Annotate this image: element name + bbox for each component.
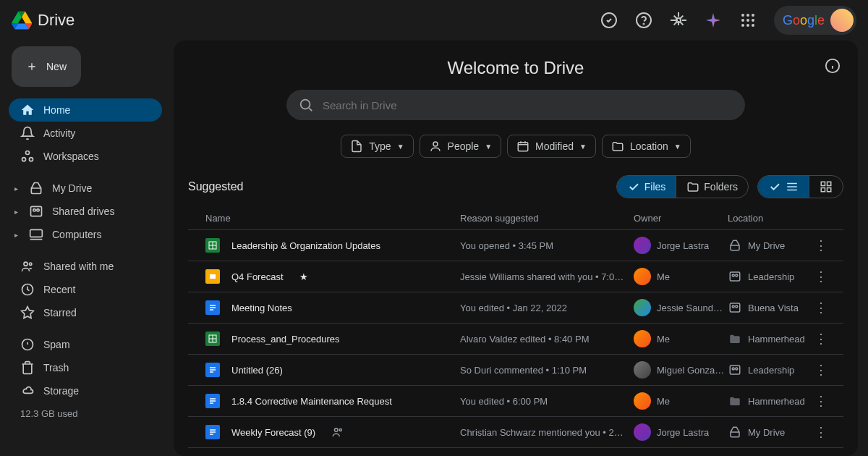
logo-area[interactable]: Drive (12, 10, 75, 30)
more-actions-button[interactable]: ⋮ (810, 331, 832, 347)
google-logo-text: Google (783, 13, 825, 28)
file-row[interactable]: 1.8.4 Corrective Maintenance Request You… (188, 386, 843, 417)
svg-point-52 (732, 368, 734, 370)
nav-home[interactable]: Home (9, 98, 162, 122)
file-name: Process_and_Procedures (231, 334, 340, 345)
calendar-icon (516, 140, 529, 153)
apps-icon[interactable] (733, 6, 762, 35)
more-actions-button[interactable]: ⋮ (810, 424, 832, 440)
chevron-down-icon: ▼ (485, 143, 492, 151)
location-icon (728, 269, 742, 284)
starred-icon (20, 305, 35, 320)
reason-text: So Duri commented • 1:10 PM (460, 365, 634, 376)
nav-storage[interactable]: Storage (9, 379, 162, 402)
location-cell[interactable]: Hammerhead (728, 394, 810, 408)
account-switcher[interactable]: Google (774, 6, 856, 35)
expand-icon[interactable]: ▸ (14, 231, 23, 239)
expand-icon[interactable]: ▸ (14, 185, 23, 193)
file-row[interactable]: Leadership & Organization Updates You op… (188, 230, 843, 261)
more-actions-button[interactable]: ⋮ (810, 300, 832, 316)
location-cell[interactable]: Leadership (728, 269, 810, 284)
nav-starred[interactable]: Starred (9, 301, 162, 324)
grid-icon (820, 180, 833, 193)
offline-status-icon[interactable] (595, 6, 624, 35)
location-cell[interactable]: Hammerhead (728, 332, 810, 346)
location-cell[interactable]: Buena Vista (728, 300, 810, 315)
filter-location[interactable]: Location▼ (602, 135, 691, 158)
location-icon (728, 300, 742, 315)
nav-trash[interactable]: Trash (9, 356, 162, 379)
col-owner: Owner (634, 213, 728, 224)
chevron-down-icon: ▼ (579, 143, 587, 151)
location-cell[interactable]: My Drive (728, 238, 810, 253)
svg-point-43 (732, 305, 734, 308)
location-icon (728, 425, 742, 439)
new-button-label: New (46, 61, 67, 72)
svg-point-7 (741, 19, 744, 22)
file-row[interactable]: Q4 Forecast ★ Jessie Williams shared wit… (188, 261, 843, 292)
more-actions-button[interactable]: ⋮ (810, 269, 832, 284)
owner-avatar (634, 361, 651, 379)
file-row[interactable]: Meeting Notes You edited • Jan 22, 2022 … (188, 292, 843, 324)
nav-shared-with-me[interactable]: Shared with me (9, 255, 162, 278)
expand-icon[interactable]: ▸ (14, 208, 23, 216)
file-name: Leadership & Organization Updates (231, 240, 380, 251)
view-grid[interactable] (809, 176, 843, 198)
location-icon (728, 394, 742, 408)
svg-point-11 (746, 24, 749, 27)
folder-icon (611, 140, 624, 153)
recent-icon (20, 282, 35, 297)
owner-avatar (634, 299, 651, 316)
view-list[interactable] (758, 176, 809, 198)
nav-spam[interactable]: Spam (9, 333, 162, 356)
gemini-icon[interactable] (699, 6, 728, 35)
location-cell[interactable]: My Drive (728, 425, 810, 439)
more-actions-button[interactable]: ⋮ (810, 393, 832, 409)
svg-point-6 (752, 14, 754, 17)
nav-recent[interactable]: Recent (9, 278, 162, 301)
info-icon[interactable] (825, 58, 841, 77)
more-actions-button[interactable]: ⋮ (810, 237, 832, 253)
filter-modified[interactable]: Modified▼ (507, 135, 596, 158)
file-row[interactable]: Weekly Forecast (9) Christian Schwarz me… (188, 417, 843, 448)
file-name: Meeting Notes (231, 303, 292, 313)
settings-icon[interactable] (664, 6, 693, 35)
chevron-down-icon: ▼ (397, 143, 404, 151)
svg-point-60 (335, 428, 339, 432)
search-bar[interactable] (286, 90, 745, 120)
person-icon (429, 140, 442, 153)
filter-type[interactable]: Type▼ (341, 135, 413, 158)
owner-avatar (634, 392, 651, 410)
file-row[interactable]: Untitled (26) So Duri commented • 1:10 P… (188, 355, 843, 386)
search-icon (298, 97, 314, 113)
svg-point-2 (643, 24, 644, 25)
seg-folders[interactable]: Folders (676, 176, 748, 198)
seg-files[interactable]: Files (617, 176, 676, 198)
svg-rect-42 (730, 303, 740, 312)
owner-avatar (634, 423, 651, 441)
svg-point-13 (26, 151, 30, 155)
svg-point-15 (30, 158, 33, 161)
file-row[interactable]: Process_and_Procedures Alvaro Valdez edi… (188, 324, 843, 355)
search-input[interactable] (323, 99, 733, 111)
plus-icon (26, 58, 38, 75)
svg-point-5 (746, 14, 749, 17)
owner-avatar (634, 237, 651, 254)
location-cell[interactable]: Leadership (728, 363, 810, 377)
svg-point-4 (741, 14, 744, 17)
nav-shared-drives[interactable]: ▸Shared drives (9, 200, 162, 223)
filter-people[interactable]: People▼ (420, 135, 502, 158)
col-location: Location (728, 213, 810, 224)
svg-point-9 (752, 19, 754, 22)
svg-point-12 (752, 24, 754, 27)
more-actions-button[interactable]: ⋮ (810, 362, 832, 378)
welcome-heading: Welcome to Drive (188, 58, 843, 78)
nav-workspaces[interactable]: Workspaces (9, 145, 162, 168)
nav-computers[interactable]: ▸Computers (9, 223, 162, 246)
new-button[interactable]: New (12, 46, 81, 87)
help-icon[interactable] (629, 6, 658, 35)
location-icon (728, 332, 742, 346)
nav-my-drive[interactable]: ▸My Drive (9, 177, 162, 200)
nav-activity[interactable]: Activity (9, 122, 162, 145)
shared-icon (331, 426, 344, 439)
